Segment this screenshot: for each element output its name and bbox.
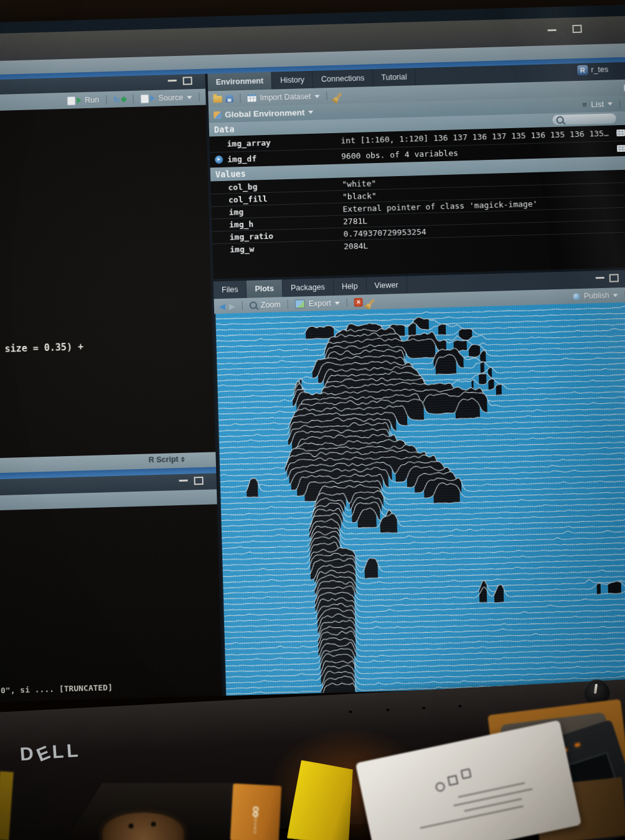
open-workspace-icon[interactable] bbox=[213, 95, 222, 102]
var-name: img_df bbox=[227, 154, 256, 164]
run-doc-icon bbox=[67, 96, 75, 105]
project-name-label: r_tes bbox=[591, 65, 608, 75]
view-table-icon[interactable] bbox=[617, 145, 625, 152]
r-project-icon: R bbox=[577, 65, 588, 75]
toolbar-separator bbox=[288, 300, 288, 309]
toolbar-separator bbox=[240, 94, 240, 103]
clear-plots-broom-icon[interactable] bbox=[369, 299, 375, 306]
tab-tutorial[interactable]: Tutorial bbox=[373, 68, 416, 86]
environment-cube-icon bbox=[214, 111, 221, 118]
data-header-label: Data bbox=[214, 124, 235, 134]
minimize-icon bbox=[548, 29, 557, 31]
export-icon bbox=[295, 299, 305, 308]
scope-label[interactable]: Global Environment bbox=[225, 108, 305, 119]
tab-environment[interactable]: Environment bbox=[207, 72, 272, 91]
var-name: img_ratio bbox=[230, 231, 274, 241]
cert-symbol bbox=[448, 775, 459, 786]
tab-plots[interactable]: Plots bbox=[247, 279, 283, 298]
remove-plot-button[interactable]: × bbox=[354, 298, 363, 307]
var-name: img_h bbox=[229, 219, 254, 229]
view-table-icon[interactable] bbox=[616, 129, 625, 136]
file-type-label: R Script bbox=[148, 455, 178, 464]
caret-down-icon[interactable] bbox=[335, 301, 340, 304]
environment-search-input[interactable] bbox=[552, 113, 616, 125]
console-maximize-button[interactable] bbox=[194, 477, 203, 485]
plots-maximize-button[interactable] bbox=[609, 274, 619, 282]
toolbar-separator bbox=[347, 298, 347, 307]
toolbar-separator bbox=[242, 301, 243, 310]
tab-help[interactable]: Help bbox=[334, 278, 367, 296]
rerun-diamond-icon bbox=[121, 96, 127, 102]
source-doc-icon bbox=[140, 94, 149, 103]
desk-area: ∞ ARDUINO bbox=[0, 702, 625, 840]
caret-down-icon[interactable] bbox=[613, 294, 618, 297]
expand-object-icon[interactable]: ▶ bbox=[215, 156, 223, 164]
console-minimize-button[interactable] bbox=[179, 480, 188, 482]
zoom-button[interactable]: Zoom bbox=[261, 300, 281, 309]
tab-connections[interactable]: Connections bbox=[313, 69, 374, 88]
console-output[interactable] bbox=[0, 504, 222, 702]
tab-packages[interactable]: Packages bbox=[283, 278, 334, 297]
import-dataset-button[interactable]: Import Dataset bbox=[260, 92, 311, 102]
var-name: img bbox=[228, 207, 243, 217]
publish-button[interactable]: Publish bbox=[584, 291, 609, 301]
maximize-icon bbox=[183, 77, 192, 85]
toolbar-separator bbox=[199, 93, 199, 101]
source-arrow-icon bbox=[150, 95, 154, 101]
minimize-icon bbox=[596, 277, 604, 279]
toolbar-separator bbox=[133, 95, 133, 103]
toolbar-separator bbox=[619, 100, 620, 108]
var-name: col_bg bbox=[228, 182, 257, 192]
save-workspace-icon[interactable] bbox=[225, 95, 233, 102]
var-name: img_array bbox=[227, 138, 271, 149]
file-type-selector[interactable]: R Script bbox=[148, 455, 184, 465]
caret-down-icon[interactable] bbox=[308, 111, 313, 114]
publish-icon bbox=[573, 292, 580, 299]
tab-viewer[interactable]: Viewer bbox=[366, 276, 407, 295]
zoom-icon bbox=[250, 301, 257, 309]
hedgehog-eye bbox=[151, 822, 156, 826]
box-text-line bbox=[458, 782, 525, 798]
list-view-icon: ≡ bbox=[582, 100, 587, 110]
caret-down-icon[interactable] bbox=[187, 96, 192, 99]
next-plot-button[interactable]: ▶ bbox=[229, 301, 235, 310]
import-dataset-icon bbox=[247, 94, 256, 101]
cert-symbol bbox=[461, 768, 472, 780]
caret-down-icon[interactable] bbox=[608, 102, 613, 105]
toolbar-separator bbox=[106, 95, 106, 104]
previous-plot-button[interactable]: ◀ bbox=[219, 301, 225, 310]
run-button[interactable]: Run bbox=[85, 95, 99, 105]
charger-led bbox=[575, 743, 580, 747]
var-name: col_fill bbox=[228, 194, 268, 204]
tab-files[interactable]: Files bbox=[214, 281, 247, 299]
export-button[interactable]: Export bbox=[309, 299, 332, 308]
window-restore-button[interactable] bbox=[572, 25, 581, 33]
clear-objects-broom-icon[interactable] bbox=[336, 92, 342, 99]
source-minimize-button[interactable] bbox=[168, 80, 177, 82]
cert-symbol bbox=[435, 782, 446, 793]
minimize-icon bbox=[179, 480, 188, 482]
monitor-screen: Run ↻ Source ≡ , size = 0.35) + R Script… bbox=[0, 5, 625, 702]
source-maximize-button[interactable] bbox=[183, 77, 192, 85]
source-editor[interactable] bbox=[0, 105, 215, 459]
minimize-icon bbox=[168, 80, 177, 82]
list-view-button[interactable]: List bbox=[591, 100, 604, 110]
window-minimize-button[interactable] bbox=[548, 29, 557, 31]
tab-history[interactable]: History bbox=[272, 71, 314, 90]
source-button[interactable]: Source bbox=[158, 93, 183, 103]
maximize-icon bbox=[194, 477, 203, 485]
toolbar-separator bbox=[326, 91, 327, 100]
maximize-icon bbox=[609, 274, 619, 282]
search-icon bbox=[557, 116, 564, 124]
spinner-icon bbox=[181, 456, 184, 462]
yellow-object-edge bbox=[0, 771, 14, 840]
restore-icon bbox=[572, 25, 581, 33]
caret-down-icon[interactable] bbox=[314, 95, 319, 98]
ridgeline-plot-canvas bbox=[215, 302, 625, 696]
plots-minimize-button[interactable] bbox=[596, 277, 604, 279]
var-name: img_w bbox=[230, 244, 255, 254]
photo-of-monitor: Run ↻ Source ≡ , size = 0.35) + R Script… bbox=[0, 0, 625, 840]
values-header-label: Values bbox=[215, 169, 246, 179]
project-selector[interactable]: R r_tes bbox=[577, 65, 608, 75]
rerun-icon[interactable]: ↻ bbox=[113, 95, 120, 104]
